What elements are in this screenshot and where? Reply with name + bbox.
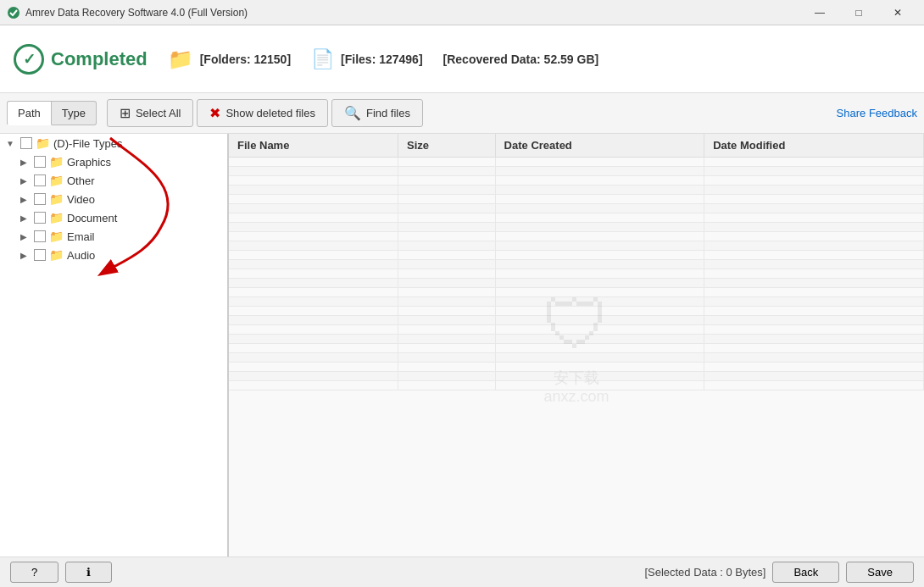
folder-icon: 📁 (36, 136, 50, 150)
files-stat: 📄 [Files: 127496] (311, 48, 423, 70)
select-all-button[interactable]: ⊞ Select All (107, 99, 193, 127)
folders-stat: 📁 [Folders: 12150] (168, 47, 291, 71)
grid-icon: ⊞ (120, 105, 131, 121)
maximize-button[interactable]: □ (839, 0, 878, 25)
table-row (229, 372, 924, 381)
checkbox-email[interactable] (34, 230, 46, 242)
col-filename: File Name (229, 134, 398, 158)
table-row (229, 204, 924, 213)
folder-icon: 📁 (168, 47, 193, 71)
share-feedback-link[interactable]: Share Feedback (837, 107, 917, 119)
back-button[interactable]: Back (772, 562, 839, 583)
path-type-tabs: Path Type (7, 101, 97, 125)
expand-icon[interactable]: ▶ (17, 251, 31, 260)
table-row (229, 195, 924, 204)
expand-icon[interactable]: ▶ (17, 195, 31, 204)
table-row (229, 158, 924, 167)
svg-point-0 (8, 7, 19, 19)
help-button[interactable]: ? (10, 562, 58, 583)
tree-label-audio: Audio (67, 249, 95, 262)
tree-label-video: Video (67, 193, 95, 206)
file-table: File Name Size Date Created Date Modifie… (229, 134, 924, 390)
folders-label: [Folders: 12150] (200, 53, 291, 66)
table-row (229, 167, 924, 176)
col-date-created: Date Created (495, 134, 704, 158)
files-label: [Files: 127496] (341, 53, 423, 66)
expand-icon[interactable]: ▶ (17, 232, 31, 241)
tree-item-email[interactable]: ▶ 📁 Email (0, 227, 227, 246)
tree-label-email: Email (67, 230, 95, 243)
folder-icon: 📁 (49, 174, 64, 187)
expand-icon[interactable]: ▼ (3, 139, 17, 148)
tree-label-other: Other (67, 174, 95, 187)
completed-label: Completed (51, 48, 148, 70)
tree-label-document: Document (67, 212, 117, 224)
table-row (229, 363, 924, 372)
find-files-button[interactable]: 🔍 Find files (331, 99, 423, 127)
folder-icon: 📁 (49, 192, 64, 206)
info-button[interactable]: ℹ (65, 562, 112, 583)
table-row (229, 269, 924, 279)
checkbox-graphics[interactable] (34, 156, 46, 168)
col-size: Size (398, 134, 496, 158)
expand-icon[interactable]: ▶ (17, 176, 31, 186)
tree-item-audio[interactable]: ▶ 📁 Audio (0, 246, 227, 264)
recovered-label: [Recovered Data: 52.59 GB] (443, 53, 599, 66)
tree-item-document[interactable]: ▶ 📁 Document (0, 208, 227, 227)
checkbox-document[interactable] (34, 212, 46, 224)
folder-icon: 📁 (49, 155, 64, 169)
table-row (229, 232, 924, 241)
table-row (229, 176, 924, 186)
recovered-stat: [Recovered Data: 52.59 GB] (443, 53, 599, 66)
col-date-modified: Date Modified (704, 134, 924, 158)
checkbox-file-types[interactable] (20, 137, 32, 149)
window-controls: — □ ✕ (800, 0, 917, 25)
table-row (229, 316, 924, 325)
check-icon: ✓ (14, 44, 44, 75)
path-tab[interactable]: Path (7, 101, 52, 125)
minimize-button[interactable]: — (800, 0, 839, 25)
table-row (229, 223, 924, 232)
tree-item-file-types[interactable]: ▼ 📁 (D)-File Types (0, 134, 227, 152)
header: ✓ Completed 📁 [Folders: 12150] 📄 [Files:… (0, 25, 924, 93)
save-button[interactable]: Save (846, 562, 914, 583)
tree-item-video[interactable]: ▶ 📁 Video (0, 190, 227, 208)
tree-item-graphics[interactable]: ▶ 📁 Graphics (0, 152, 227, 171)
folder-icon: 📁 (49, 230, 64, 243)
selected-data-label: [Selected Data : 0 Bytes] (644, 566, 765, 579)
toolbar: Path Type ⊞ Select All ✖ Show deleted fi… (0, 93, 924, 134)
checkbox-other[interactable] (34, 174, 46, 186)
table-row (229, 335, 924, 344)
main-content: ▼ 📁 (D)-File Types ▶ 📁 Graphics ▶ 📁 Othe… (0, 134, 924, 557)
app-icon (7, 6, 20, 19)
table-row (229, 353, 924, 363)
tree-label-graphics: Graphics (67, 156, 111, 169)
table-row (229, 325, 924, 335)
table-row (229, 297, 924, 307)
table-row (229, 344, 924, 353)
bottom-bar: ? ℹ [Selected Data : 0 Bytes] Back Save (0, 557, 924, 587)
table-row (229, 213, 924, 223)
checkbox-audio[interactable] (34, 249, 46, 261)
left-panel: ▼ 📁 (D)-File Types ▶ 📁 Graphics ▶ 📁 Othe… (0, 134, 229, 557)
help-icon: ? (31, 566, 37, 579)
table-row (229, 251, 924, 260)
checkbox-video[interactable] (34, 193, 46, 205)
table-row (229, 186, 924, 195)
table-row (229, 241, 924, 251)
right-panel: File Name Size Date Created Date Modifie… (229, 134, 924, 557)
tree-item-other[interactable]: ▶ 📁 Other (0, 171, 227, 190)
table-row (229, 279, 924, 288)
search-icon: 🔍 (344, 105, 361, 121)
folder-icon: 📁 (49, 248, 64, 262)
type-tab[interactable]: Type (52, 101, 97, 125)
completed-badge: ✓ Completed (14, 44, 148, 75)
close-button[interactable]: ✕ (878, 0, 917, 25)
show-deleted-button[interactable]: ✖ Show deleted files (197, 99, 328, 127)
folder-icon: 📁 (49, 211, 64, 224)
titlebar: Amrev Data Recovery Software 4.0 (Full V… (0, 0, 924, 25)
expand-icon[interactable]: ▶ (17, 213, 31, 223)
file-icon: 📄 (311, 48, 334, 70)
expand-icon[interactable]: ▶ (17, 158, 31, 167)
table-row (229, 381, 924, 390)
